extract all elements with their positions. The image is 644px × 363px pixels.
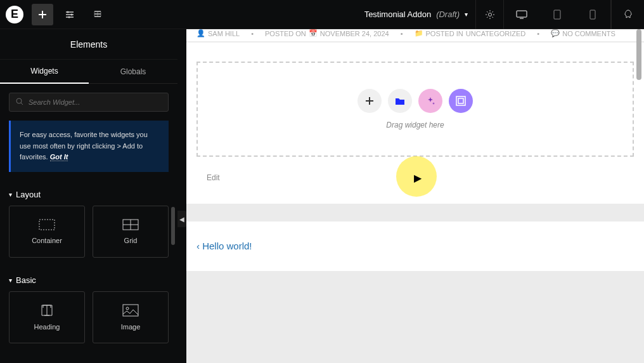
add-container-button[interactable]	[449, 89, 473, 113]
post-meta-strip: 👤 SAM HILL • POSTED ON 📅 NOVEMBER 24, 20…	[186, 29, 644, 41]
search-icon	[16, 98, 23, 107]
section-basic-header[interactable]: Basic	[0, 269, 177, 291]
elementor-logo[interactable]: E	[0, 0, 29, 29]
author-meta: 👤 SAM HILL	[196, 29, 240, 37]
widget-label: Image	[121, 323, 141, 331]
svg-point-1	[71, 13, 73, 15]
date-meta: POSTED ON 📅 NOVEMBER 24, 2024	[265, 29, 389, 37]
svg-rect-12	[456, 96, 465, 105]
site-settings-button[interactable]	[56, 0, 84, 29]
canvas-scrollbar[interactable]	[636, 29, 641, 80]
widget-grid[interactable]: Grid	[93, 206, 169, 258]
editor-main-card: Drag widget here Edit	[186, 43, 644, 204]
widget-label: Heading	[34, 323, 60, 331]
drop-zone[interactable]: Drag widget here	[196, 62, 634, 157]
sidebar-title: Elements	[0, 29, 177, 60]
canvas-area: 👤 SAM HILL • POSTED ON 📅 NOVEMBER 24, 20…	[186, 29, 644, 363]
page-title: Testimonial Addon	[364, 10, 432, 19]
settings-gear-button[interactable]	[475, 0, 503, 29]
page-status: (Draft)	[436, 10, 460, 19]
topbar-left: E	[0, 0, 112, 29]
svg-rect-10	[123, 305, 138, 316]
layout-widgets-grid: Container Grid	[0, 206, 177, 269]
add-section-button[interactable]	[357, 89, 382, 113]
ai-button[interactable]	[418, 89, 442, 113]
svg-point-0	[67, 11, 69, 13]
widget-label: Container	[32, 237, 62, 244]
svg-point-7	[16, 98, 22, 103]
svg-point-2	[68, 16, 70, 18]
viewport-switcher	[503, 0, 611, 29]
chevron-down-icon: ▾	[465, 11, 468, 18]
svg-point-3	[488, 13, 491, 16]
svg-rect-6	[590, 10, 595, 19]
drag-widget-label: Drag widget here	[386, 121, 444, 129]
mobile-viewport-button[interactable]	[575, 0, 610, 29]
widget-image[interactable]: Image	[93, 291, 169, 343]
sidebar-scrollbar[interactable]	[171, 207, 175, 245]
search-input[interactable]	[29, 98, 162, 106]
hello-world-link[interactable]: ‹ Hello world!	[196, 241, 252, 251]
collapse-sidebar-handle[interactable]: ◀	[177, 211, 186, 227]
tip-text: For easy access, favorite the widgets yo…	[20, 131, 148, 161]
got-it-link[interactable]: Got It	[50, 153, 68, 161]
svg-rect-8	[39, 220, 55, 230]
svg-rect-13	[458, 98, 463, 103]
svg-rect-5	[554, 10, 560, 19]
structure-button[interactable]	[84, 0, 112, 29]
top-bar: E Testimonial Addon (Draft) ▾	[0, 0, 644, 29]
dropzone-actions	[357, 89, 473, 113]
category-meta: 📁 POSTED IN UNCATEGORIZED	[415, 29, 526, 37]
edit-link[interactable]: Edit	[196, 157, 634, 188]
favorites-tip: For easy access, favorite the widgets yo…	[9, 121, 169, 172]
search-widget-input[interactable]	[9, 93, 169, 112]
svg-point-11	[126, 307, 129, 310]
footer-card: ‹ Hello world!	[186, 221, 644, 271]
publish-button[interactable]	[611, 0, 644, 29]
template-library-button[interactable]	[388, 89, 412, 113]
page-title-group[interactable]: Testimonial Addon (Draft) ▾	[357, 10, 475, 19]
svg-rect-4	[517, 11, 527, 17]
comments-meta: 💬 NO COMMENTS	[551, 29, 615, 37]
sidebar: Elements Widgets Globals For easy access…	[0, 29, 177, 363]
widget-label: Grid	[124, 237, 138, 244]
section-layout-header[interactable]: Layout	[0, 183, 177, 206]
basic-widgets-grid: Heading Image	[0, 291, 177, 355]
widget-container[interactable]: Container	[9, 206, 85, 258]
tab-widgets[interactable]: Widgets	[0, 60, 89, 84]
desktop-viewport-button[interactable]	[504, 0, 539, 29]
sidebar-tabs: Widgets Globals	[0, 60, 177, 84]
widget-heading[interactable]: Heading	[9, 291, 85, 343]
tab-globals[interactable]: Globals	[89, 60, 177, 84]
add-element-button[interactable]	[32, 4, 53, 25]
tablet-viewport-button[interactable]	[539, 0, 575, 29]
